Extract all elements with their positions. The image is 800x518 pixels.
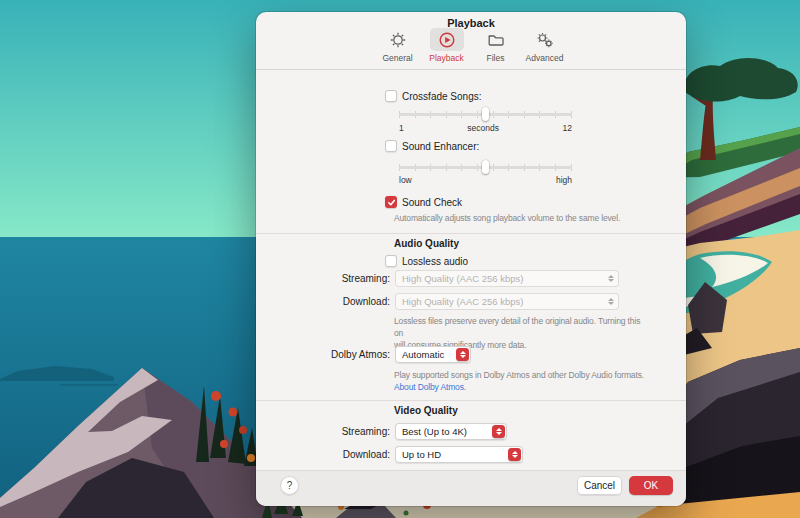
crossfade-slider-thumb[interactable] xyxy=(482,107,489,121)
crossfade-slider-labels: 1 seconds 12 xyxy=(399,123,572,133)
sound-enhancer-slider-labels: low high xyxy=(399,175,572,185)
audio-download-value: High Quality (AAC 256 kbps) xyxy=(402,296,523,307)
chevron-up-down-icon xyxy=(492,425,505,438)
video-streaming-label: Streaming: xyxy=(256,426,390,437)
video-download-value: Up to HD xyxy=(402,449,441,460)
lossless-note-line1: Lossless files preserve every detail of … xyxy=(394,316,640,338)
title-bar[interactable]: Playback General Playback xyxy=(256,12,686,70)
tab-playback-label: Playback xyxy=(429,53,464,63)
audio-streaming-popup: High Quality (AAC 256 kbps) xyxy=(395,270,619,287)
dolby-note-text: Play supported songs in Dolby Atmos and … xyxy=(394,370,644,380)
playback-preferences-window: Playback General Playback xyxy=(256,12,686,506)
sound-check-label: Sound Check xyxy=(402,197,462,208)
tab-general-label: General xyxy=(382,53,412,63)
help-button[interactable]: ? xyxy=(280,476,299,495)
crossfade-slider[interactable] xyxy=(399,107,572,121)
audio-streaming-row: Streaming: High Quality (AAC 256 kbps) xyxy=(256,270,686,287)
preferences-toolbar: General Playback Files xyxy=(256,28,686,63)
section-divider xyxy=(256,400,686,401)
cancel-button[interactable]: Cancel xyxy=(577,476,622,495)
tab-general[interactable]: General xyxy=(375,28,421,63)
crossfade-unit-label: seconds xyxy=(467,123,499,133)
folder-icon xyxy=(479,28,513,51)
play-circle-icon xyxy=(430,28,464,51)
enhancer-high-label: high xyxy=(556,175,572,185)
lossless-audio-row: Lossless audio xyxy=(385,255,468,267)
audio-download-label: Download: xyxy=(256,296,390,307)
dolby-atmos-row: Dolby Atmos: Automatic xyxy=(256,346,686,363)
video-streaming-popup[interactable]: Best (Up to 4K) xyxy=(395,423,507,440)
video-streaming-row: Streaming: Best (Up to 4K) xyxy=(256,423,686,440)
crossfade-min-label: 1 xyxy=(399,123,404,133)
crossfade-songs-row: Crossfade Songs: xyxy=(385,90,482,102)
tab-files[interactable]: Files xyxy=(473,28,519,63)
chevron-up-down-icon xyxy=(508,448,521,461)
audio-streaming-label: Streaming: xyxy=(256,273,390,284)
audio-quality-heading: Audio Quality xyxy=(394,238,459,249)
crossfade-max-label: 12 xyxy=(563,123,572,133)
crossfade-songs-checkbox[interactable] xyxy=(385,90,397,102)
audio-download-popup: High Quality (AAC 256 kbps) xyxy=(395,293,619,310)
audio-download-row: Download: High Quality (AAC 256 kbps) xyxy=(256,293,686,310)
dolby-atmos-popup[interactable]: Automatic xyxy=(395,346,471,363)
chevron-up-down-icon xyxy=(604,295,617,308)
dolby-atmos-value: Automatic xyxy=(402,349,444,360)
video-download-popup[interactable]: Up to HD xyxy=(395,446,523,463)
chevron-up-down-icon xyxy=(456,348,469,361)
sound-enhancer-checkbox[interactable] xyxy=(385,140,397,152)
sound-check-row: Sound Check xyxy=(385,196,462,208)
tab-playback[interactable]: Playback xyxy=(424,28,470,63)
ok-button[interactable]: OK xyxy=(629,476,673,495)
enhancer-low-label: low xyxy=(399,175,412,185)
lossless-audio-label: Lossless audio xyxy=(402,256,468,267)
tab-files-label: Files xyxy=(487,53,505,63)
about-dolby-atmos-link[interactable]: About Dolby Atmos. xyxy=(394,382,466,392)
video-download-row: Download: Up to HD xyxy=(256,446,686,463)
crossfade-songs-label: Crossfade Songs: xyxy=(402,91,482,102)
video-streaming-value: Best (Up to 4K) xyxy=(402,426,467,437)
video-download-label: Download: xyxy=(256,449,390,460)
gear-icon xyxy=(381,28,415,51)
sound-enhancer-slider-thumb[interactable] xyxy=(482,160,489,174)
dolby-atmos-label: Dolby Atmos: xyxy=(256,349,390,360)
tab-advanced[interactable]: Advanced xyxy=(522,28,568,63)
tab-advanced-label: Advanced xyxy=(526,53,564,63)
sound-check-checkbox[interactable] xyxy=(385,196,397,208)
lossless-audio-checkbox[interactable] xyxy=(385,255,397,267)
sound-enhancer-row: Sound Enhancer: xyxy=(385,140,479,152)
gears-icon xyxy=(528,28,562,51)
video-quality-heading: Video Quality xyxy=(394,405,458,416)
chevron-up-down-icon xyxy=(604,272,617,285)
sound-enhancer-label: Sound Enhancer: xyxy=(402,141,479,152)
dialog-footer: ? Cancel OK xyxy=(256,470,686,506)
sound-check-description: Automatically adjusts song playback volu… xyxy=(394,212,646,224)
section-divider xyxy=(256,233,686,234)
sound-enhancer-slider[interactable] xyxy=(399,160,572,174)
audio-streaming-value: High Quality (AAC 256 kbps) xyxy=(402,273,523,284)
dolby-note: Play supported songs in Dolby Atmos and … xyxy=(394,369,646,393)
